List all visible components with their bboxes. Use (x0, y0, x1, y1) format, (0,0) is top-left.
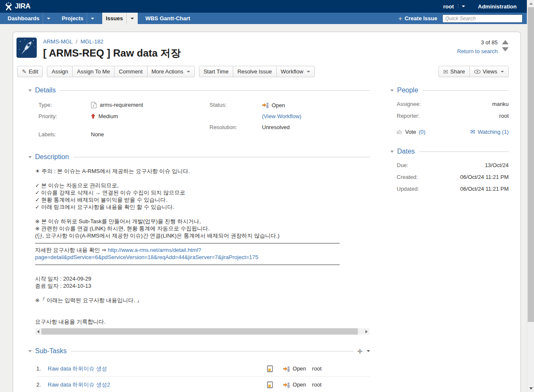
next-issue-icon[interactable] (502, 47, 509, 51)
charlie-logo-icon (4, 2, 13, 11)
thumbs-up-icon (397, 129, 403, 135)
jira-logo[interactable]: JIRA (4, 2, 30, 11)
due-value: 13/Oct/24 (485, 162, 509, 168)
vote-button[interactable]: Vote (0) (397, 129, 425, 135)
chevron-down-icon (131, 18, 134, 19)
view-workflow-link[interactable]: (View Workflow) (262, 113, 301, 119)
more-actions-button[interactable]: More Actions (147, 66, 195, 77)
nav-wbs-gantt-chart[interactable]: WBS Gantt-Chart (142, 13, 193, 24)
subtask-reporter: root (312, 381, 321, 388)
breadcrumb: ARMS-MGL / MGL-182 (43, 38, 181, 45)
status-open-icon (283, 381, 290, 388)
subtask-title-link[interactable]: Raw data 하위이슈 생성 (48, 365, 107, 373)
subtask-number: 1. (36, 365, 48, 372)
quick-search-input[interactable] (442, 14, 523, 23)
priority-label: Priority: (38, 113, 91, 119)
views-button[interactable]: Views (469, 66, 509, 77)
dates-heading: Dates (397, 148, 415, 155)
status-open-icon (283, 365, 290, 372)
nav-issues[interactable]: Issues (102, 13, 126, 24)
status-label: Status: (210, 102, 262, 119)
nav-issues-caret[interactable] (126, 13, 138, 24)
workflow-button[interactable]: Workflow (276, 66, 315, 77)
envelope-icon: ✉ (443, 68, 448, 75)
nav-dashboards-caret[interactable] (43, 13, 54, 24)
assign-to-me-button[interactable]: Assign To Me (72, 66, 114, 77)
nav-projects-caret[interactable] (87, 13, 98, 24)
scroll-left-icon[interactable] (35, 328, 41, 335)
start-time-button[interactable]: Start Time (199, 66, 233, 77)
subtasks-options-icon[interactable] (367, 350, 370, 352)
issue-toolbar: ✎ Edit Assign Assign To Me Comment More … (16, 66, 509, 77)
scroll-right-icon[interactable] (363, 328, 369, 335)
reporter-value: root (499, 113, 509, 119)
type-value: arms-requirement (100, 102, 143, 108)
subtask-status: Open (293, 365, 306, 372)
return-to-search-link[interactable]: Return to search (457, 48, 498, 54)
issue-title: [ ARMS-REQ ] Raw data 저장 (43, 46, 181, 60)
dash-separator: ————————————————————————————————————————… (35, 261, 363, 268)
reporter-label: Reporter: (397, 113, 420, 119)
nav-dashboards[interactable]: Dashboards (4, 13, 43, 24)
user-menu-caret[interactable] (458, 4, 469, 8)
subtask-title-link[interactable]: Raw data 하위이슈 생성2 (48, 381, 110, 389)
user-menu[interactable]: root (443, 3, 454, 10)
collapse-subtasks-icon[interactable] (28, 350, 32, 352)
administration-link[interactable]: Administration (478, 3, 517, 10)
requirement-detail-link-continued[interactable]: page=detail&pdService=6&pdServiceVersion… (35, 254, 258, 260)
subtask-row: 2. Raw data 하위이슈 생성2 (36, 377, 370, 392)
collapse-dates-icon[interactable] (390, 151, 394, 153)
horizontal-scrollbar-thumb[interactable] (41, 328, 358, 335)
collapse-description-icon[interactable] (28, 156, 32, 158)
create-issue-button[interactable]: + Create Issue (398, 15, 437, 22)
edit-button[interactable]: ✎ Edit (17, 66, 43, 77)
breadcrumb-separator: / (76, 38, 77, 45)
vertical-scrollbar-thumb[interactable] (528, 7, 534, 322)
resolution-label: Resolution: (210, 124, 262, 130)
workflow-label: Workflow (281, 68, 303, 75)
created-label: Created: (397, 174, 418, 180)
created-value: 06/Oct/24 11:21 PM (460, 174, 509, 180)
description-text: ☀ 주의 : 본 이슈는 A-RMS에서 제공하는 요구사항 이슈 입니다. ✓… (28, 168, 363, 335)
collapse-details-icon[interactable] (28, 89, 32, 92)
pager-count: 3 of 85 (457, 39, 498, 46)
section-divider (60, 90, 370, 91)
vertical-scrollbar[interactable] (527, 0, 534, 392)
eye-icon (474, 70, 481, 74)
assignee-label: Assignee: (397, 101, 421, 107)
description-horizontal-scrollbar[interactable] (35, 328, 369, 335)
scroll-up-icon[interactable] (527, 0, 534, 7)
section-divider (419, 151, 509, 152)
status-value: Open (272, 102, 285, 108)
requirement-detail-link[interactable]: http://www.a-rms.net/arms/detail.html? (108, 247, 201, 253)
type-label: Type: (38, 102, 91, 108)
comment-button[interactable]: Comment (114, 66, 147, 77)
chevron-down-icon (47, 18, 50, 19)
edit-label: Edit (29, 68, 38, 75)
dash-separator: ————————————————————————————————————————… (35, 239, 363, 246)
nav-projects[interactable]: Projects (58, 13, 87, 24)
scroll-down-icon[interactable] (527, 385, 534, 392)
issue-pager: 3 of 85 Return to search (457, 38, 509, 60)
chevron-down-icon (187, 71, 190, 73)
resolve-issue-button[interactable]: Resolve Issue (233, 66, 277, 77)
assign-button[interactable]: Assign (47, 66, 73, 77)
vote-count: (0) (419, 129, 425, 135)
add-subtask-icon[interactable]: ✚ (357, 348, 362, 354)
collapse-people-icon[interactable] (390, 89, 394, 92)
details-heading: Details (35, 87, 56, 94)
subtask-reporter: root (312, 365, 321, 372)
previous-issue-icon[interactable] (502, 40, 509, 44)
more-actions-label: More Actions (152, 68, 183, 75)
status-open-icon (262, 102, 269, 108)
project-avatar[interactable] (16, 38, 37, 58)
watching-button[interactable]: ✉ Watching (1) (470, 128, 509, 135)
share-button[interactable]: ✉ Share (439, 66, 469, 77)
chevron-down-icon (501, 71, 504, 73)
due-label: Due: (397, 162, 408, 168)
section-divider (73, 157, 370, 157)
watch-icon: ✉ (470, 128, 475, 135)
breadcrumb-issue-key-link[interactable]: MGL-182 (80, 38, 103, 45)
chevron-down-icon (307, 71, 310, 73)
breadcrumb-project-link[interactable]: ARMS-MGL (43, 38, 73, 45)
